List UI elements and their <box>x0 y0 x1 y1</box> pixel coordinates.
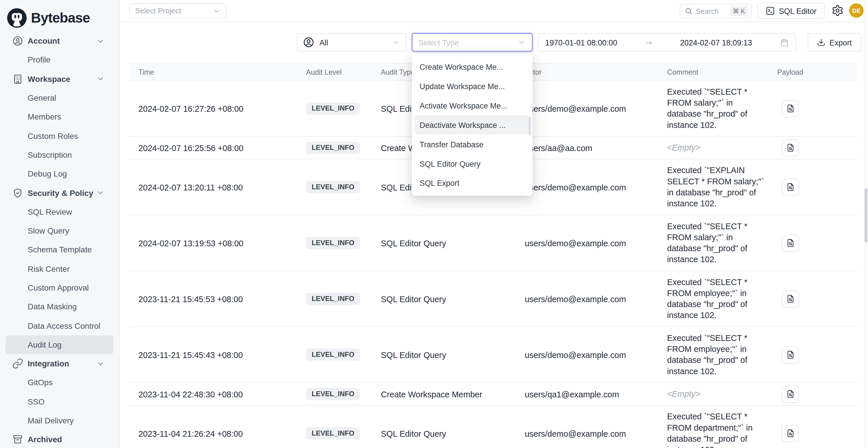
file-search-icon <box>786 429 795 438</box>
payload-cell <box>772 179 857 196</box>
payload-view-button[interactable] <box>782 100 799 117</box>
audit-type: Create Workspace Member <box>381 389 525 399</box>
audit-comment: Executed `"SELECT * FROM employee;"` in … <box>667 271 772 326</box>
sidebar-item-risk-center[interactable]: Risk Center <box>5 259 114 279</box>
audit-actor: users/qa1@example.com <box>525 389 667 399</box>
sidebar-item-label: Slow Query <box>28 226 69 235</box>
user-circle-icon <box>12 36 23 46</box>
sidebar-item-security-policy[interactable]: Security & Policy <box>5 184 114 202</box>
audit-type: SQL Editor Query <box>381 294 525 303</box>
sidebar-item-account[interactable]: Account <box>5 32 114 51</box>
sidebar-item-slow-query[interactable]: Slow Query <box>5 221 114 241</box>
audit-level-cell: LEVEL_INFO <box>306 427 381 439</box>
sidebar-item-schema-template[interactable]: Schema Template <box>5 240 114 259</box>
audit-time: 2023-11-21 15:45:53 +08:00 <box>129 294 306 303</box>
sidebar-item-integration[interactable]: Integration <box>5 354 114 373</box>
audit-comment: <Empty> <box>667 383 772 405</box>
sidebar-item-label: Audit Log <box>28 340 62 349</box>
sidebar-item-label: Custom Roles <box>28 131 78 140</box>
sidebar-item-label: Custom Approval <box>28 283 89 292</box>
audit-level-badge: LEVEL_INFO <box>306 293 360 305</box>
sidebar-item-custom-roles[interactable]: Custom Roles <box>5 126 114 146</box>
sidebar-item-sso[interactable]: SSO <box>5 392 114 411</box>
sidebar-item-debug-log[interactable]: Debug Log <box>5 164 114 184</box>
audit-level-badge: LEVEL_INFO <box>306 102 360 115</box>
sidebar-item-label: Account <box>28 36 60 45</box>
actor-filter-value: All <box>319 38 328 47</box>
dropdown-option-deactivate-workspace[interactable]: Deactivate Workspace ... <box>414 115 530 135</box>
page-scrollbar[interactable] <box>864 0 868 448</box>
archive-icon <box>12 434 23 445</box>
dropdown-option-sql-editor-query[interactable]: SQL Editor Query <box>414 154 530 173</box>
avatar[interactable]: DE <box>849 3 864 18</box>
project-select[interactable]: Select Project <box>129 3 226 18</box>
export-button[interactable]: Export <box>808 33 861 52</box>
audit-comment: Executed `"SELECT * FROM department;"` i… <box>667 406 772 448</box>
dropdown-option-transfer-database[interactable]: Transfer Database <box>414 135 530 154</box>
sidebar-item-workspace[interactable]: Workspace <box>5 69 114 89</box>
sidebar-item-members[interactable]: Members <box>5 107 114 126</box>
menu-scrollbar-thumb[interactable] <box>529 117 531 135</box>
sidebar-item-general[interactable]: General <box>5 89 114 108</box>
audit-type: SQL Editor Query <box>381 428 525 438</box>
gear-icon[interactable] <box>832 4 844 17</box>
search-shortcut-badge: ⌘ K <box>730 6 748 16</box>
sidebar-item-audit-log[interactable]: Audit Log <box>5 335 114 354</box>
user-circle-icon <box>303 36 314 48</box>
date-range-picker[interactable]: 1970-01-01 08:00:00 → 2024-02-07 18:09:1… <box>538 33 796 52</box>
bytebase-logo[interactable]: Bytebase <box>0 0 119 30</box>
dropdown-option-sql-export[interactable]: SQL Export <box>414 173 530 192</box>
sidebar-item-sql-review[interactable]: SQL Review <box>5 202 114 221</box>
payload-view-button[interactable] <box>782 234 799 252</box>
page-scrollbar-thumb[interactable] <box>865 188 868 242</box>
sidebar-item-archived[interactable]: Archived <box>5 430 114 448</box>
table-row: 2023-11-04 22:48:30 +08:00LEVEL_INFOCrea… <box>129 383 857 406</box>
sidebar-item-custom-approval[interactable]: Custom Approval <box>5 278 114 297</box>
sidebar-item-label: SSO <box>28 397 45 406</box>
search-input[interactable]: Search ⌘ K <box>680 4 752 18</box>
sidebar-nav: AccountProfileWorkspaceGeneralMembersCus… <box>0 32 119 448</box>
sql-editor-button[interactable]: SQL Editor <box>757 3 825 19</box>
audit-time: 2024-02-07 16:25:56 +08:00 <box>129 143 306 153</box>
audit-actor: users/demo@example.com <box>525 350 667 359</box>
sidebar-item-gitops[interactable]: GitOps <box>5 373 114 392</box>
sidebar-item-label: Risk Center <box>28 264 70 273</box>
audit-actor: users/demo@example.com <box>525 238 667 248</box>
audit-level-cell: LEVEL_INFO <box>306 181 381 193</box>
audit-time: 2024-02-07 13:20:11 +08:00 <box>129 182 306 192</box>
payload-view-button[interactable] <box>782 385 799 403</box>
payload-view-button[interactable] <box>782 179 799 196</box>
audit-time: 2023-11-21 15:45:43 +08:00 <box>129 350 306 359</box>
avatar-initials: DE <box>852 7 861 14</box>
payload-view-button[interactable] <box>782 424 799 442</box>
audit-comment: Executed `"EXPLAIN SELECT * FROM salary;… <box>667 159 772 215</box>
dropdown-option-create-workspace-me[interactable]: Create Workspace Me... <box>414 57 530 76</box>
chevron-down-icon <box>96 189 105 197</box>
payload-cell <box>772 346 857 363</box>
file-search-icon <box>786 143 795 152</box>
payload-view-button[interactable] <box>782 346 799 363</box>
payload-view-button[interactable] <box>782 290 799 307</box>
terminal-icon <box>766 6 775 15</box>
payload-view-button[interactable] <box>782 139 799 156</box>
audit-time: 2023-11-04 22:48:30 +08:00 <box>129 389 306 399</box>
sidebar-item-data-access-control[interactable]: Data Access Control <box>5 316 114 335</box>
chevron-down-icon <box>392 38 400 46</box>
audit-comment: Executed `"SELECT * FROM salary;"` in da… <box>667 215 772 270</box>
audit-level-badge: LEVEL_INFO <box>306 349 360 361</box>
dropdown-option-update-workspace-me[interactable]: Update Workspace Me... <box>414 76 530 96</box>
table-row: 2023-11-21 15:45:43 +08:00LEVEL_INFOSQL … <box>129 327 857 383</box>
sidebar-item-label: Schema Template <box>28 246 92 254</box>
dropdown-option-activate-workspace-me[interactable]: Activate Workspace Me... <box>414 96 530 115</box>
actor-filter-select[interactable]: All <box>297 33 406 52</box>
chevron-down-icon <box>96 37 105 45</box>
audit-level-badge: LEVEL_INFO <box>306 237 360 249</box>
audit-time: 2024-02-07 16:27:26 +08:00 <box>129 104 306 114</box>
type-filter-select[interactable]: Select Type <box>412 33 533 52</box>
sidebar-item-subscription[interactable]: Subscription <box>5 145 114 164</box>
column-header-actor: Actor <box>525 68 667 76</box>
sidebar-item-mail-delivery[interactable]: Mail Delivery <box>5 411 114 430</box>
sidebar-item-data-masking[interactable]: Data Masking <box>5 297 114 316</box>
sidebar-item-profile[interactable]: Profile <box>5 51 114 70</box>
audit-type: SQL Editor Query <box>381 350 525 359</box>
